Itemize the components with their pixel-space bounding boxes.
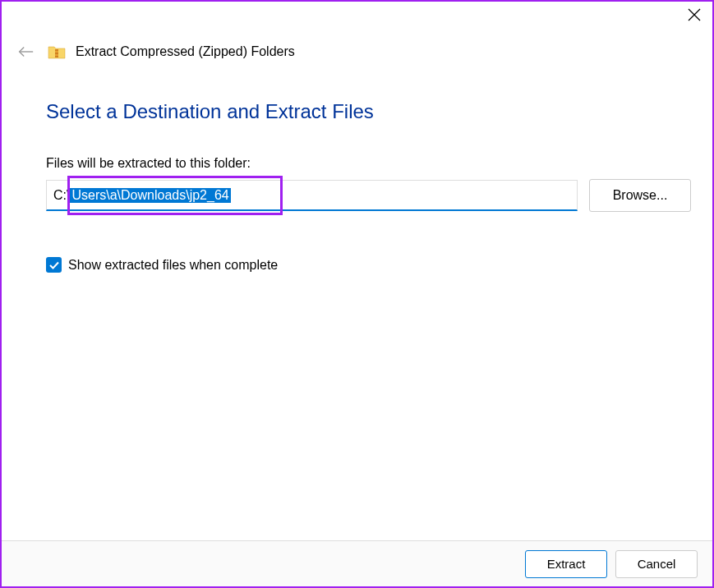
extract-button[interactable]: Extract: [525, 550, 607, 578]
close-button[interactable]: [686, 7, 702, 23]
zip-folder-icon: [48, 44, 66, 59]
window-title: Extract Compressed (Zipped) Folders: [76, 44, 295, 59]
svg-rect-4: [55, 49, 58, 51]
show-files-checkbox[interactable]: [46, 257, 62, 273]
back-button[interactable]: [16, 44, 35, 59]
footer-bar: Extract Cancel: [2, 540, 712, 586]
svg-rect-6: [55, 56, 58, 57]
content-area: Select a Destination and Extract Files F…: [46, 100, 691, 273]
show-files-checkbox-row: Show extracted files when complete: [46, 257, 691, 273]
checkmark-icon: [48, 260, 60, 271]
browse-button[interactable]: Browse...: [589, 179, 691, 212]
path-prefix: C:\: [53, 188, 70, 203]
header-row: Extract Compressed (Zipped) Folders: [16, 44, 295, 59]
path-selected-text: Users\a\Downloads\jp2_64: [70, 188, 230, 203]
destination-label: Files will be extracted to this folder:: [46, 156, 691, 171]
main-heading: Select a Destination and Extract Files: [46, 100, 691, 123]
close-icon: [688, 8, 701, 21]
destination-path-input[interactable]: C:\Users\a\Downloads\jp2_64: [46, 180, 578, 211]
path-row: C:\Users\a\Downloads\jp2_64 Browse...: [46, 179, 691, 212]
show-files-checkbox-label: Show extracted files when complete: [68, 258, 278, 273]
svg-rect-5: [55, 53, 58, 54]
cancel-button[interactable]: Cancel: [615, 550, 698, 578]
back-arrow-icon: [16, 44, 35, 59]
